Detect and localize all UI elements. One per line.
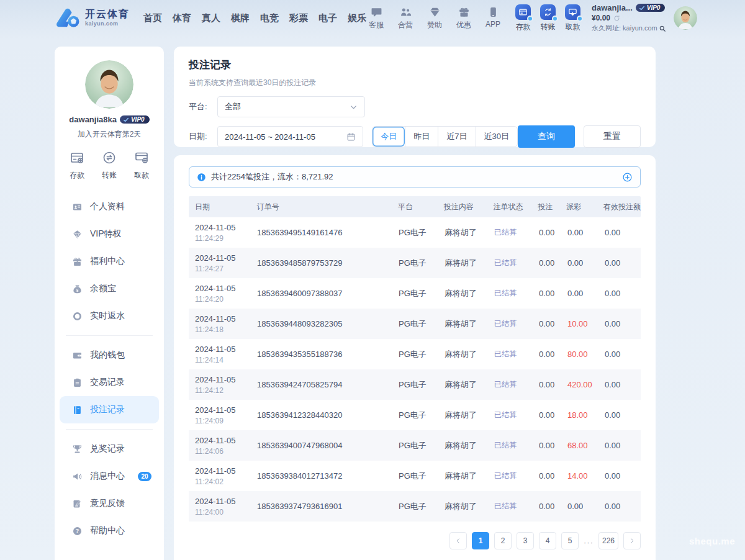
- cell-status: 已结算: [488, 227, 533, 238]
- page-button-3[interactable]: 3: [517, 532, 534, 549]
- deposit-s-icon: [70, 150, 84, 165]
- rebate-icon: [72, 311, 83, 322]
- sidebar-item-rebate[interactable]: 实时返水: [60, 302, 159, 330]
- page-button-5[interactable]: 5: [561, 532, 579, 549]
- help-icon: ?: [72, 526, 83, 536]
- cell-date: 2024-11-0511:24:09: [189, 405, 251, 425]
- watermark: shequ.me: [689, 536, 735, 546]
- sidebar-item-transactions[interactable]: 交易记录: [60, 369, 159, 396]
- page-prev-button[interactable]: [449, 532, 467, 549]
- user-avatar[interactable]: [674, 6, 697, 30]
- date-range-value: 2024-11-05 ~ 2024-11-05: [225, 132, 315, 142]
- refresh-icon[interactable]: [613, 15, 620, 22]
- nav-item-5[interactable]: 彩票: [289, 12, 308, 24]
- page-button-4[interactable]: 4: [539, 532, 556, 549]
- page-next-button[interactable]: [623, 532, 641, 549]
- page-button-2[interactable]: 2: [494, 532, 512, 549]
- nav-item-1[interactable]: 体育: [173, 12, 191, 24]
- range-button-3[interactable]: 近30日: [476, 127, 517, 147]
- platform-select[interactable]: 全部: [217, 96, 365, 117]
- info-icon: [197, 173, 206, 182]
- sponsor-icon: [429, 6, 441, 18]
- sidebar-item-prizes[interactable]: 兑奖记录: [60, 435, 159, 463]
- page-button-1[interactable]: 1: [472, 532, 489, 549]
- range-button-2[interactable]: 近7日: [438, 127, 475, 147]
- range-button-0[interactable]: 今日: [372, 127, 405, 147]
- sidebar-item-feedback[interactable]: 意见反馈: [60, 490, 159, 517]
- sidebar-item-label: 实时返水: [90, 310, 125, 322]
- header-transfer-action[interactable]: 转账: [540, 4, 556, 32]
- table-body: 2024-11-0511:24:291853639495149161476PG电…: [189, 217, 641, 522]
- header-wallet-actions: 存款转账取款: [515, 4, 580, 32]
- quicklink-label: 合营: [398, 20, 413, 30]
- status-badge: 已结算: [494, 228, 517, 237]
- cell-platform: PG电子: [392, 471, 438, 482]
- sidebar-item-vip[interactable]: VIP特权: [60, 220, 159, 248]
- cell-status: 已结算: [488, 258, 533, 268]
- header-link-service[interactable]: 客服: [366, 6, 386, 30]
- table-row: 2024-11-0511:24:121853639424705825794PG电…: [189, 369, 641, 400]
- sidebar-withdraw-action[interactable]: 取款: [134, 150, 149, 181]
- sidebar-menu: 个人资料VIP特权福利中心余额宝实时返水我的钱包交易记录投注记录兑奖记录消息中心…: [55, 193, 164, 544]
- sidebar-item-yuebao[interactable]: 余额宝: [60, 275, 159, 302]
- nav-item-0[interactable]: 首页: [143, 12, 162, 24]
- sidebar-transfer-action[interactable]: 转账: [102, 150, 117, 181]
- svg-text:?: ?: [76, 528, 79, 534]
- cell-platform: PG电子: [392, 379, 438, 391]
- sidebar-item-welfare[interactable]: 福利中心: [60, 248, 159, 275]
- range-button-1[interactable]: 昨日: [405, 127, 438, 147]
- quick-action-label: 转账: [102, 170, 117, 181]
- magnifier-icon[interactable]: [659, 25, 666, 32]
- nav-item-3[interactable]: 棋牌: [231, 12, 250, 24]
- header-link-sponsor[interactable]: 赞助: [425, 6, 445, 30]
- nav-item-4[interactable]: 电竞: [260, 12, 279, 24]
- search-button[interactable]: 查询: [518, 125, 575, 148]
- profile-avatar[interactable]: [85, 60, 133, 109]
- nav-item-2[interactable]: 真人: [202, 12, 220, 24]
- date-text: 2024-11-05: [195, 497, 251, 506]
- pagination: 12345···226: [189, 532, 641, 549]
- cell-order: 1853639460097388037: [251, 289, 392, 298]
- profile-icon: [72, 202, 83, 212]
- cell-payout: 0.00: [561, 289, 598, 298]
- sidebar-item-profile[interactable]: 个人资料: [60, 193, 159, 220]
- quicklink-label: 赞助: [427, 20, 442, 30]
- menu-divider: [66, 429, 153, 430]
- cell-content: 麻将胡了: [438, 288, 488, 299]
- plus-circle-icon[interactable]: [622, 172, 633, 183]
- user-info[interactable]: dawanjia... VIP0 ¥0.00 永久网址: kaiyun.com: [592, 3, 666, 33]
- vip-icon: [72, 229, 83, 240]
- time-text: 11:24:12: [195, 386, 251, 395]
- cell-bet: 0.00: [533, 258, 561, 268]
- vip-check-icon: [123, 117, 129, 123]
- table-row: 2024-11-0511:24:141853639435355188736PG电…: [189, 339, 641, 369]
- quicklink-label: APP: [485, 20, 500, 29]
- sidebar-item-help[interactable]: ?帮助中心: [60, 517, 159, 544]
- status-badge: 已结算: [494, 258, 517, 267]
- cell-date: 2024-11-0511:24:27: [189, 253, 251, 273]
- reset-button[interactable]: 重置: [584, 125, 641, 148]
- sidebar-deposit-action[interactable]: 存款: [70, 150, 84, 181]
- date-text: 2024-11-05: [195, 253, 251, 263]
- sidebar-item-wallet[interactable]: 我的钱包: [60, 341, 159, 369]
- header-deposit-action[interactable]: 存款: [515, 4, 531, 32]
- date-range-input[interactable]: 2024-11-05 ~ 2024-11-05: [217, 126, 363, 147]
- sidebar-item-bets[interactable]: 投注记录: [60, 396, 159, 423]
- cell-platform: PG电子: [392, 318, 438, 330]
- nav-item-7[interactable]: 娱乐: [348, 12, 366, 24]
- col-header-1: 订单号: [251, 202, 392, 212]
- date-label: 日期:: [189, 131, 217, 142]
- header-link-app[interactable]: APP: [483, 6, 503, 30]
- nav-item-6[interactable]: 电子: [318, 12, 337, 24]
- header-withdraw-action[interactable]: 取款: [565, 4, 580, 32]
- cell-valid: 0.00: [598, 441, 641, 450]
- partner-icon: [400, 6, 412, 18]
- header-link-promo[interactable]: 优惠: [454, 6, 474, 30]
- cell-date: 2024-11-0511:24:29: [189, 223, 251, 243]
- sidebar-item-messages[interactable]: 消息中心20: [60, 463, 159, 490]
- page-button-last[interactable]: 226: [598, 532, 618, 549]
- cell-payout: 18.00: [561, 410, 598, 420]
- date-text: 2024-11-05: [195, 223, 251, 232]
- header-link-partner[interactable]: 合营: [395, 6, 415, 30]
- site-logo[interactable]: 开云体育 kaiyun.com: [55, 7, 130, 29]
